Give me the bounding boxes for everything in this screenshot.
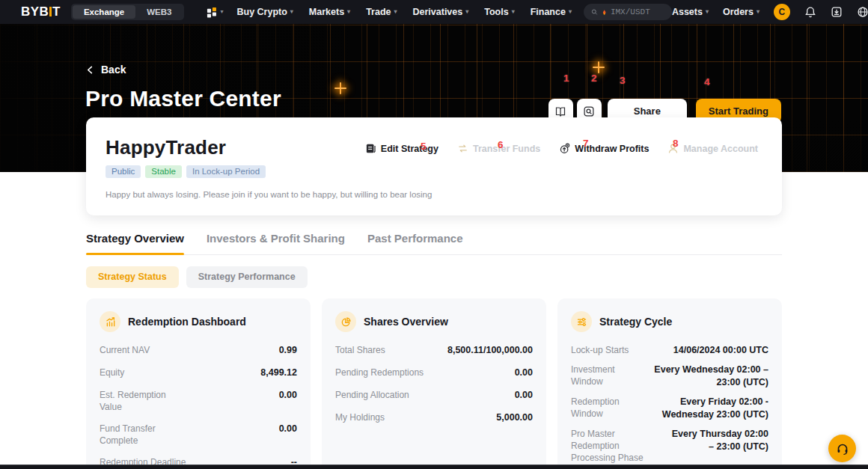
shares-overview-card: Shares Overview Total Shares8,500.11/100… — [322, 298, 546, 469]
search-icon — [591, 7, 598, 16]
strategy-cycle-card: Strategy Cycle Lock-up Starts14/06/2024 … — [557, 298, 782, 469]
sparkle-decoration — [334, 82, 346, 94]
menu-derivatives[interactable]: Derivatives▾ — [413, 7, 469, 17]
chevron-down-icon: ▾ — [290, 9, 293, 15]
withdraw-profits-icon — [559, 143, 570, 154]
back-label: Back — [101, 64, 126, 76]
support-chat-button[interactable] — [828, 435, 856, 462]
manage-account-button[interactable]: Manage Account — [667, 143, 758, 154]
chevron-left-icon — [86, 66, 94, 74]
subtab-bar: Strategy Status Strategy Performance — [86, 266, 782, 288]
search-input[interactable] — [611, 7, 664, 16]
card-title: Shares Overview — [364, 316, 448, 328]
sparkle-decoration — [593, 61, 605, 73]
profile-actions: Edit Strategy Transfer Funds Withdraw Pr… — [365, 143, 758, 154]
logo-text-pre: BYB — [21, 4, 49, 19]
chevron-down-icon: ▾ — [757, 9, 760, 15]
tab-bar: Strategy Overview Investors & Profit Sha… — [86, 232, 782, 255]
transfer-funds-icon — [457, 143, 468, 154]
tab-investors-profit-sharing[interactable]: Investors & Profit Sharing — [207, 232, 345, 254]
chevron-down-icon: ▾ — [347, 9, 350, 15]
menu-orders[interactable]: Orders▾ — [723, 7, 760, 17]
status-cards: Redemption Dashboard Current NAV0.99 Equ… — [86, 298, 782, 469]
chevron-down-icon: ▾ — [512, 9, 515, 15]
preview-search-icon — [583, 105, 595, 117]
chevron-down-icon: ▾ — [706, 9, 709, 15]
logo-orange-bar — [49, 7, 52, 16]
bybit-logo[interactable]: BYBT — [21, 4, 61, 19]
nav-right-section: Assets▾ Orders▾ C — [672, 4, 868, 20]
chevron-down-icon: ▾ — [220, 9, 223, 15]
footer-edge — [0, 465, 868, 469]
platform-switcher: Exchange WEB3 — [71, 4, 185, 20]
back-button[interactable]: Back — [86, 64, 126, 76]
strategy-badges: Public Stable In Lock-up Period — [106, 165, 760, 178]
main-menu: Buy Crypto▾ Markets▾ Trade▾ Derivatives▾… — [236, 7, 571, 17]
apps-grid-icon — [207, 7, 218, 18]
stat-row: Pending Allocation0.00 — [335, 389, 533, 402]
card-title: Strategy Cycle — [599, 316, 672, 328]
stat-row: My Holdings5,000.00 — [335, 411, 533, 424]
stat-row: Fund Transfer Complete0.00 — [100, 423, 297, 447]
edit-strategy-icon — [365, 143, 376, 154]
download-app-icon[interactable] — [831, 6, 843, 18]
menu-assets[interactable]: Assets▾ — [672, 7, 709, 17]
sliders-icon — [571, 311, 592, 332]
page-title: Pro Master Center — [85, 86, 281, 111]
strategy-description: Happy but always losing. Please join if … — [106, 190, 760, 199]
subtab-strategy-performance[interactable]: Strategy Performance — [186, 266, 308, 288]
bar-chart-icon — [100, 311, 120, 332]
tab-strategy-overview[interactable]: Strategy Overview — [86, 232, 184, 254]
transfer-funds-button[interactable]: Transfer Funds — [457, 143, 540, 154]
withdraw-profits-button[interactable]: Withdraw Profits — [559, 143, 649, 154]
headset-icon — [836, 442, 849, 456]
subtab-strategy-status[interactable]: Strategy Status — [86, 266, 179, 288]
stat-row: Pro Master Redemption Processing PhaseEv… — [571, 428, 768, 464]
pie-chart-icon — [335, 311, 356, 332]
redemption-dashboard-card: Redemption Dashboard Current NAV0.99 Equ… — [86, 298, 311, 469]
stat-row: Est. Redemption Value0.00 — [100, 389, 297, 413]
menu-markets[interactable]: Markets▾ — [309, 7, 350, 17]
tab-exchange[interactable]: Exchange — [73, 5, 135, 19]
stat-row: Redemption WindowEvery Friday 02:00 - We… — [571, 396, 768, 421]
stat-row: Pending Redemptions0.00 — [335, 367, 533, 379]
menu-trade[interactable]: Trade▾ — [366, 7, 397, 17]
stat-row: Lock-up Starts14/06/2024 00:00 UTC — [571, 344, 768, 357]
notifications-bell-icon[interactable] — [804, 6, 816, 18]
menu-tools[interactable]: Tools▾ — [484, 7, 514, 17]
badge-public: Public — [106, 165, 141, 178]
tab-past-performance[interactable]: Past Performance — [367, 232, 463, 254]
language-globe-icon[interactable] — [857, 6, 868, 18]
book-icon — [554, 105, 566, 117]
card-title: Redemption Dashboard — [128, 316, 246, 328]
menu-buy-crypto[interactable]: Buy Crypto▾ — [236, 7, 293, 17]
badge-lockup-period: In Lock-up Period — [186, 165, 266, 178]
chevron-down-icon: ▾ — [394, 9, 397, 15]
flame-icon — [602, 7, 607, 17]
strategy-profile-card: HappyTrader Public Stable In Lock-up Per… — [86, 117, 782, 215]
main-content: Strategy Overview Investors & Profit Sha… — [0, 172, 868, 469]
chevron-down-icon: ▾ — [569, 9, 572, 15]
stat-row: Equity8,499.12 — [100, 367, 297, 379]
avatar[interactable]: C — [774, 4, 790, 20]
top-navigation: BYBT Exchange WEB3 ▾ Buy Crypto▾ Markets… — [0, 0, 868, 24]
pro-master-center-page: BYBT Exchange WEB3 ▾ Buy Crypto▾ Markets… — [0, 0, 868, 469]
stat-row: Investment WindowEvery Wednesday 02:00 –… — [571, 364, 768, 389]
search-bar[interactable] — [584, 4, 672, 20]
stat-row: Current NAV0.99 — [100, 344, 297, 357]
tab-web3[interactable]: WEB3 — [135, 5, 183, 19]
apps-grid-button[interactable]: ▾ — [207, 7, 223, 18]
badge-stable: Stable — [145, 165, 182, 178]
stat-row: Total Shares8,500.11/100,000.00 — [335, 344, 533, 357]
logo-text-post: T — [52, 4, 61, 19]
edit-strategy-button[interactable]: Edit Strategy — [365, 143, 438, 154]
manage-account-icon — [667, 143, 679, 154]
menu-finance[interactable]: Finance▾ — [531, 7, 572, 17]
chevron-down-icon: ▾ — [465, 9, 468, 15]
